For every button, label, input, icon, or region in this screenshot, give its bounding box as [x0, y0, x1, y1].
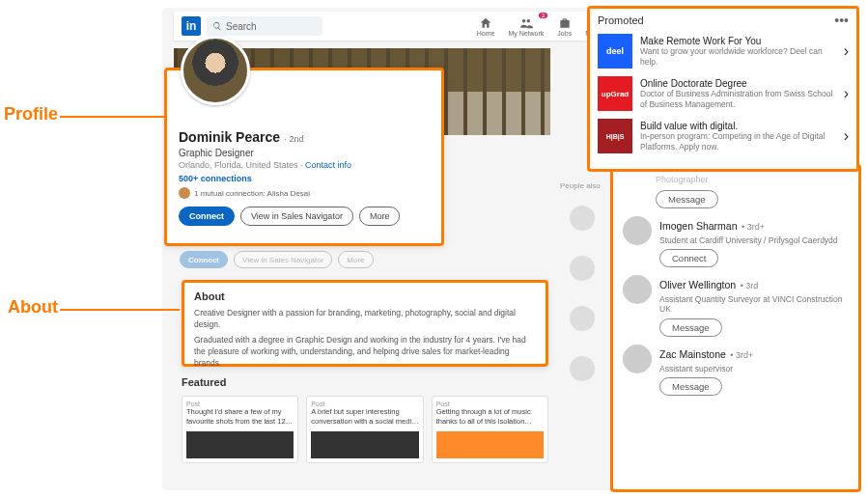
bg-btn: More	[338, 251, 373, 268]
annotation-about: About	[8, 297, 58, 318]
profile-degree: · 2nd	[285, 134, 304, 144]
person-row: Imogen Sharman • 3rd+ Student at Cardiff…	[623, 216, 849, 267]
person-role: Student at Cardiff University / Prifysgo…	[659, 235, 849, 245]
nav-label: My Network	[508, 30, 544, 37]
person-row: Oliver Wellington • 3rd Assistant Quanti…	[623, 275, 849, 336]
featured-post[interactable]: Post Getting through a lot of music than…	[432, 396, 548, 463]
person-degree: • 3rd	[741, 281, 759, 290]
message-button[interactable]: Message	[659, 318, 722, 337]
bg-btn: Connect	[180, 251, 228, 268]
nav-home[interactable]: Home	[477, 16, 495, 37]
featured-post[interactable]: Post Thought I'd share a few of my favou…	[182, 396, 298, 463]
promo-title: Build value with digital.	[640, 121, 836, 131]
search-icon	[212, 21, 222, 31]
featured-post[interactable]: Post A brief but super interesting conve…	[306, 396, 423, 463]
person-name[interactable]: Zac Mainstone	[659, 348, 726, 360]
mini-avatar	[570, 306, 595, 331]
location-text: Orlando, Florida, United States ·	[179, 160, 305, 170]
promoted-item[interactable]: upGrad Online Doctorate Degree Doctor of…	[598, 72, 849, 115]
message-button[interactable]: Message	[659, 377, 722, 396]
promo-title: Online Doctorate Degree	[640, 78, 836, 89]
bg-btn: View in Sales Navigator	[234, 251, 332, 268]
person-name[interactable]: Imogen Sharman	[659, 220, 738, 232]
people-also-label: People also	[560, 181, 618, 190]
ghost-role: Photographer	[656, 175, 849, 184]
connections-count[interactable]: 500+ connections	[179, 174, 430, 183]
nav-label: Jobs	[557, 30, 572, 37]
badge: 2	[539, 13, 547, 18]
nav-label: Home	[477, 30, 495, 37]
person-row: Zac Mainstone • 3rd+ Assistant superviso…	[623, 345, 849, 396]
post-text: Getting through a lot of music thanks to…	[436, 407, 544, 428]
promoted-item[interactable]: H|B|S Build value with digital. In-perso…	[598, 115, 849, 157]
chevron-right-icon: ›	[844, 85, 849, 102]
annotation-line	[60, 116, 164, 118]
top-nav: in Search Home 2 My Network Jobs Messagi…	[174, 12, 626, 41]
people-also-viewed-panel: Photographer Message Imogen Sharman • 3r…	[610, 164, 861, 492]
post-text: Thought I'd share a few of my favourite …	[186, 407, 294, 428]
post-label: Post	[186, 400, 294, 407]
people-icon	[519, 16, 533, 30]
post-text: A brief but super interesting conversati…	[311, 407, 418, 428]
message-button[interactable]: Message	[656, 190, 718, 208]
search-input[interactable]: Search	[207, 16, 322, 36]
chevron-right-icon: ›	[844, 127, 849, 145]
post-label: Post	[311, 400, 418, 407]
promoted-item[interactable]: deel Make Remote Work For You Want to gr…	[598, 30, 849, 72]
promoted-heading: Promoted	[598, 14, 644, 26]
person-avatar[interactable]	[623, 216, 652, 245]
sales-navigator-button[interactable]: View in Sales Navigator	[240, 207, 353, 226]
connect-button[interactable]: Connect	[179, 207, 235, 226]
mini-avatar	[570, 356, 595, 381]
person-name[interactable]: Oliver Wellington	[659, 279, 736, 290]
nav-jobs[interactable]: Jobs	[557, 16, 572, 37]
about-section: About Creative Designer with a passion f…	[182, 280, 548, 367]
about-paragraph: Graduated with a degree in Graphic Desig…	[194, 335, 536, 370]
mutual-avatar-icon	[179, 187, 190, 199]
chevron-right-icon: ›	[844, 42, 849, 60]
post-image	[436, 431, 544, 458]
annotation-profile: Profile	[4, 104, 58, 124]
person-degree: • 3rd+	[730, 350, 753, 360]
more-options-icon[interactable]: •••	[834, 16, 849, 24]
promo-desc: In-person program: Competing in the Age …	[640, 131, 836, 151]
briefcase-icon	[558, 16, 572, 30]
contact-info-link[interactable]: Contact info	[305, 160, 351, 170]
linkedin-logo-icon[interactable]: in	[182, 16, 201, 36]
avatar[interactable]	[181, 36, 250, 105]
promo-logo-icon: deel	[598, 34, 632, 69]
more-button[interactable]: More	[359, 207, 401, 226]
profile-name[interactable]: Dominik Pearce	[179, 129, 280, 145]
about-heading: About	[194, 290, 536, 302]
featured-section: Featured Post Thought I'd share a few of…	[182, 376, 548, 463]
promo-logo-icon: upGrad	[598, 76, 632, 111]
person-avatar[interactable]	[623, 345, 652, 373]
person-degree: • 3rd+	[742, 222, 765, 232]
faded-buttons-bg: Connect View in Sales Navigator More	[180, 251, 431, 268]
search-placeholder: Search	[226, 21, 257, 32]
post-label: Post	[436, 400, 544, 407]
promo-title: Make Remote Work For You	[640, 36, 836, 46]
promo-logo-icon: H|B|S	[598, 119, 632, 153]
profile-location: Orlando, Florida, United States · Contac…	[179, 160, 430, 170]
mini-avatar	[570, 206, 595, 231]
profile-title: Graphic Designer	[179, 148, 430, 158]
people-also-bg: People also	[560, 181, 618, 406]
about-paragraph: Creative Designer with a passion for bra…	[194, 308, 536, 331]
nav-network[interactable]: 2 My Network	[508, 16, 544, 37]
post-image	[186, 431, 294, 458]
home-icon	[479, 16, 492, 30]
post-image	[311, 431, 418, 458]
featured-heading: Featured	[182, 376, 548, 388]
mini-avatar	[570, 256, 595, 281]
person-avatar[interactable]	[623, 275, 652, 304]
connect-button[interactable]: Connect	[659, 249, 718, 267]
promoted-panel: Promoted ••• deel Make Remote Work For Y…	[587, 6, 859, 172]
person-role: Assistant Quantity Surveyor at VINCI Con…	[659, 294, 849, 314]
promo-desc: Want to grow your worldwide workforce? D…	[640, 46, 836, 66]
promo-desc: Doctor of Business Administration from S…	[640, 89, 836, 108]
mutual-connections[interactable]: 1 mutual connection: Alisha Desai	[179, 187, 430, 199]
mutual-text: 1 mutual connection: Alisha Desai	[194, 189, 310, 198]
person-role: Assistant supervisor	[659, 364, 849, 373]
profile-card: Dominik Pearce · 2nd Graphic Designer Or…	[164, 68, 444, 246]
